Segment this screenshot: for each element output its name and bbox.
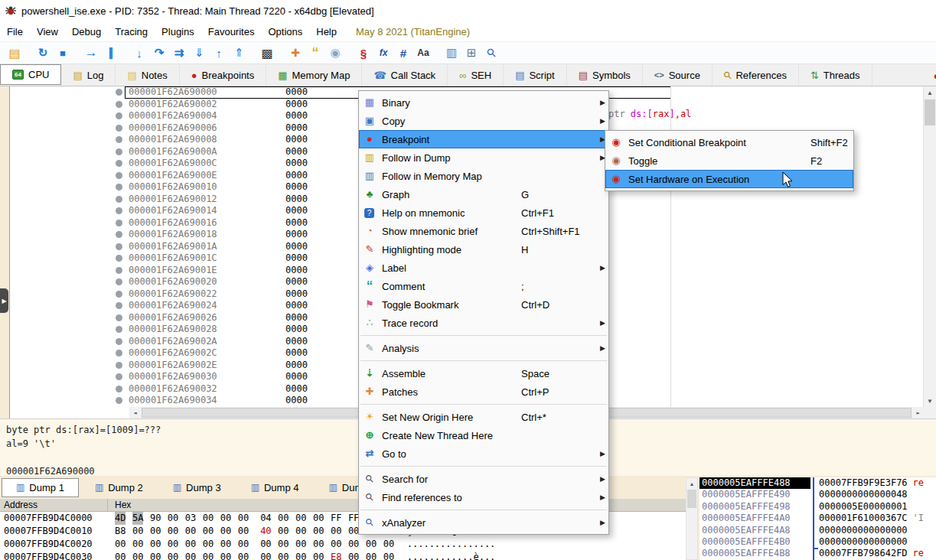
menu-tracing[interactable]: Tracing — [108, 23, 155, 41]
scroll-down-icon[interactable]: ▼ — [924, 395, 936, 407]
hex-byte[interactable]: 00 — [220, 525, 231, 538]
menu-view[interactable]: View — [30, 23, 65, 41]
breakpoint-dot[interactable] — [116, 112, 122, 119]
tab-source[interactable]: <> Source — [643, 64, 713, 86]
scroll-up-icon[interactable]: ▲ — [924, 86, 936, 99]
menu-item-follow-in-memory-map[interactable]: ▥ Follow in Memory Map ▶ — [359, 167, 608, 185]
hex-byte[interactable]: 00 — [260, 551, 271, 560]
hex-byte[interactable]: 00 — [203, 538, 214, 551]
tab-breakpoints[interactable]: ● Breakpoints — [180, 64, 267, 86]
menu-item-xanalyzer[interactable]: ⚲ xAnalyzer ▶ — [359, 513, 608, 532]
hex-byte[interactable]: 5A — [132, 512, 143, 525]
hex-byte[interactable]: 00 — [185, 538, 196, 551]
menu-item-assemble[interactable]: ⇣ Assemble Space ▶ — [359, 364, 608, 383]
hex-byte[interactable]: 00 — [383, 551, 394, 560]
menu-item-label[interactable]: ◈ Label ▶ — [359, 259, 608, 277]
breakpoint-dot[interactable] — [116, 326, 122, 333]
menu-help[interactable]: Help — [309, 23, 344, 41]
scroll-left-icon[interactable]: ◄ — [129, 407, 141, 418]
dump-column-address[interactable]: Address — [0, 499, 108, 512]
scrollbar-thumb[interactable] — [687, 490, 696, 508]
menu-item-comment[interactable]: “ Comment ; ▶ — [359, 277, 608, 295]
breakpoint-dot[interactable] — [116, 196, 122, 203]
stack-row[interactable]: 0000005EAFFFE4B8 00007FFB798642FD re — [700, 548, 936, 559]
patches-icon[interactable]: ✚ — [286, 44, 305, 62]
tab-dump-1[interactable]: ▥ Dump 1 — [2, 478, 79, 497]
tab-dump-2[interactable]: ▥ Dump 2 — [81, 479, 157, 497]
menu-item-breakpoint[interactable]: ● Breakpoint ▶ — [359, 130, 608, 148]
stack-row[interactable]: 0000005EAFFFE490 0000000000000048 — [700, 489, 936, 500]
preferences-icon[interactable]: ▩ — [258, 44, 276, 62]
breakpoint-dot[interactable] — [116, 89, 122, 96]
tab-dump-3[interactable]: ▥ Dump 3 — [159, 479, 235, 497]
tab-seh[interactable]: ∞ SEH — [448, 64, 504, 86]
hex-byte[interactable]: 00 — [132, 551, 143, 560]
breakpoint-dot[interactable] — [116, 231, 122, 238]
tab-dump-4[interactable]: ▥ Dump 4 — [237, 479, 313, 497]
favourites-cd-icon[interactable]: ◉ — [326, 44, 344, 62]
hex-byte[interactable]: 00 — [278, 512, 289, 525]
hex-byte[interactable]: 00 — [220, 551, 231, 560]
breakpoint-dot[interactable] — [116, 362, 122, 369]
hex-byte[interactable]: 00 — [313, 525, 324, 538]
hex-byte[interactable]: 00 — [203, 512, 214, 525]
hex-byte[interactable]: 00 — [278, 538, 289, 551]
submenu-item-set-hardware-on-execution[interactable]: ◉ Set Hardware on Execution — [605, 170, 853, 188]
restart-icon[interactable]: ↻ — [34, 44, 52, 62]
dump-column-hex[interactable]: Hex — [108, 500, 131, 510]
hex-byte[interactable]: 00 — [168, 512, 178, 525]
run-to-user-code-icon[interactable]: ⇑ — [230, 44, 248, 62]
menu-item-patches[interactable]: ✚ Patches Ctrl+P ▶ — [359, 383, 608, 401]
debug-search-icon[interactable]: ⚲ — [478, 40, 504, 66]
breakpoint-dot[interactable] — [116, 172, 122, 179]
hex-byte[interactable]: 00 — [168, 538, 178, 551]
hex-byte[interactable]: 00 — [132, 525, 143, 538]
hex-byte[interactable]: 00 — [295, 551, 306, 560]
menu-item-find-references[interactable]: ⚲ Find references to ▶ — [359, 488, 608, 506]
dump-vertical-scrollbar[interactable]: ▲ — [686, 477, 698, 560]
text-codepage-icon[interactable]: Aa — [414, 44, 432, 62]
hex-byte[interactable]: 04 — [260, 512, 271, 525]
breakpoint-dot[interactable] — [116, 397, 122, 404]
menu-favourites[interactable]: Favourites — [201, 23, 262, 41]
breakpoint-dot[interactable] — [116, 302, 122, 309]
open-file-icon[interactable]: ▤ — [5, 44, 24, 62]
breakpoint-dot[interactable] — [116, 136, 122, 143]
hex-byte[interactable]: 00 — [348, 538, 359, 551]
hex-byte[interactable]: 00 — [168, 525, 178, 538]
menu-item-analysis[interactable]: ✎ Analysis ▶ — [359, 339, 608, 357]
dump-row[interactable]: 00007FFB9D4C0030 00000000000000000000000… — [0, 551, 686, 560]
hex-byte[interactable]: 00 — [366, 551, 377, 560]
step-out-icon[interactable]: ↑ — [210, 44, 228, 62]
seh-chain-icon[interactable]: § — [354, 44, 373, 62]
stack-row[interactable]: 0000005EAFFFE4B0 0000000000000000 — [700, 536, 936, 548]
breakpoint-dot[interactable] — [116, 101, 122, 108]
breakpoint-dot[interactable] — [116, 160, 122, 167]
tab-references[interactable]: ⚲ References — [713, 64, 799, 86]
breakpoint-dot[interactable] — [116, 220, 122, 226]
hex-byte[interactable]: 00 — [220, 538, 231, 551]
hex-byte[interactable]: 00 — [331, 538, 341, 551]
hex-byte[interactable]: 00 — [150, 538, 161, 551]
tab-notes[interactable]: ▤ Notes — [116, 64, 179, 86]
submenu-item-toggle[interactable]: ◉ Toggle F2 — [605, 151, 853, 170]
hex-byte[interactable]: 00 — [150, 551, 161, 560]
script-functions-icon[interactable]: fx — [374, 44, 393, 62]
hex-byte[interactable]: 00 — [313, 512, 324, 525]
hex-byte[interactable]: 00 — [185, 525, 196, 538]
step-over-icon[interactable]: ↷ — [150, 44, 168, 62]
breakpoint-dot[interactable] — [116, 207, 122, 214]
hex-byte[interactable]: 00 — [203, 551, 214, 560]
hex-byte[interactable]: 00 — [331, 525, 341, 538]
menu-item-copy[interactable]: ▣ Copy ▶ — [359, 112, 608, 130]
hex-byte[interactable]: 00 — [366, 538, 377, 551]
hex-byte[interactable]: 00 — [238, 512, 249, 525]
hash-icon[interactable]: # — [394, 44, 413, 62]
tab-cpu[interactable]: 64 CPU — [0, 64, 61, 85]
breakpoint-dot[interactable] — [116, 125, 122, 132]
menu-debug[interactable]: Debug — [65, 23, 108, 41]
menu-options[interactable]: Options — [261, 23, 309, 41]
hex-byte[interactable]: 00 — [150, 525, 161, 538]
stack-row[interactable]: 0000005EAFFFE498 0000005E00000001 — [700, 501, 936, 513]
hex-byte[interactable]: 00 — [295, 538, 306, 551]
